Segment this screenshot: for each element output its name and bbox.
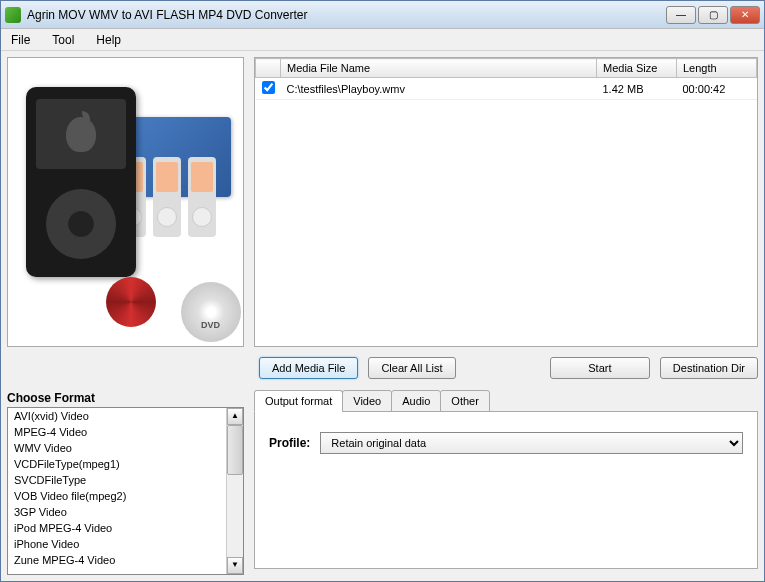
table-row[interactable]: C:\testfiles\Playboy.wmv1.42 MB00:00:42 [256, 78, 757, 100]
format-list-item[interactable]: VCDFileType(mpeg1) [8, 456, 226, 472]
profile-row: Profile: Retain original data [269, 432, 743, 454]
format-list-item[interactable]: WMV Video [8, 440, 226, 456]
menu-help[interactable]: Help [92, 31, 125, 49]
start-button[interactable]: Start [550, 357, 650, 379]
scroll-thumb[interactable] [227, 425, 243, 475]
maximize-button[interactable]: ▢ [698, 6, 728, 24]
cell-size: 1.42 MB [597, 78, 677, 100]
dvd-disc-icon: DVD [181, 282, 241, 342]
file-list-panel: Media File Name Media Size Length C:\tes… [254, 57, 758, 347]
profile-label: Profile: [269, 436, 310, 450]
tab-audio[interactable]: Audio [391, 390, 441, 412]
format-list-item[interactable]: MPEG-4 Video [8, 424, 226, 440]
col-check[interactable] [256, 59, 281, 78]
format-list[interactable]: AVI(xvid) VideoMPEG-4 VideoWMV VideoVCDF… [8, 408, 226, 574]
menubar: File Tool Help [1, 29, 764, 51]
menu-file[interactable]: File [7, 31, 34, 49]
clear-all-button[interactable]: Clear All List [368, 357, 455, 379]
tab-video[interactable]: Video [342, 390, 392, 412]
format-panel: Choose Format AVI(xvid) VideoMPEG-4 Vide… [7, 389, 244, 575]
format-list-item[interactable]: Zune MPEG-4 Video [8, 552, 226, 568]
tab-content: Profile: Retain original data [254, 411, 758, 569]
scroll-up-icon[interactable]: ▲ [227, 408, 243, 425]
format-list-item[interactable]: AVI(xvid) Video [8, 408, 226, 424]
file-table: Media File Name Media Size Length C:\tes… [255, 58, 757, 100]
clickwheel-graphic [46, 189, 116, 259]
preview-artwork: DVD [16, 67, 236, 337]
format-list-item[interactable]: 3GP Video [8, 504, 226, 520]
nano-graphic [153, 157, 181, 237]
row-checkbox[interactable] [262, 81, 275, 94]
titlebar: Agrin MOV WMV to AVI FLASH MP4 DVD Conve… [1, 1, 764, 29]
scroll-down-icon[interactable]: ▼ [227, 557, 243, 574]
add-media-button[interactable]: Add Media File [259, 357, 358, 379]
col-media-name[interactable]: Media File Name [281, 59, 597, 78]
app-icon [5, 7, 21, 23]
tab-other[interactable]: Other [440, 390, 490, 412]
upper-section: DVD Media File Name Media Size Length C:… [7, 57, 758, 347]
action-button-row: Add Media File Clear All List Start Dest… [7, 353, 758, 383]
ipod-large-graphic [26, 87, 136, 277]
window-title: Agrin MOV WMV to AVI FLASH MP4 DVD Conve… [27, 8, 666, 22]
minimize-button[interactable]: — [666, 6, 696, 24]
col-length[interactable]: Length [677, 59, 757, 78]
scroll-track[interactable] [227, 425, 243, 557]
preview-box: DVD [7, 57, 244, 347]
convert-arrows-icon [106, 277, 156, 327]
format-list-item[interactable]: VOB Video file(mpeg2) [8, 488, 226, 504]
window-controls: — ▢ ✕ [666, 6, 760, 24]
cell-length: 00:00:42 [677, 78, 757, 100]
nano-graphic [188, 157, 216, 237]
format-list-item[interactable]: iPod MPEG-4 Video [8, 520, 226, 536]
format-scrollbar[interactable]: ▲ ▼ [226, 408, 243, 574]
format-list-item[interactable]: iPhone Video [8, 536, 226, 552]
convert-badge [106, 277, 156, 327]
close-button[interactable]: ✕ [730, 6, 760, 24]
destination-dir-button[interactable]: Destination Dir [660, 357, 758, 379]
format-list-item[interactable]: SVCDFileType [8, 472, 226, 488]
ipod-screen [36, 99, 126, 169]
menu-tool[interactable]: Tool [48, 31, 78, 49]
cell-name: C:\testfiles\Playboy.wmv [281, 78, 597, 100]
format-list-wrap: AVI(xvid) VideoMPEG-4 VideoWMV VideoVCDF… [7, 407, 244, 575]
apple-logo-icon [66, 117, 96, 152]
profile-select[interactable]: Retain original data [320, 432, 743, 454]
col-media-size[interactable]: Media Size [597, 59, 677, 78]
lower-section: Choose Format AVI(xvid) VideoMPEG-4 Vide… [7, 389, 758, 575]
tab-output-format[interactable]: Output format [254, 390, 343, 412]
output-panel: Output format Video Audio Other Profile:… [254, 389, 758, 575]
format-title: Choose Format [7, 389, 244, 407]
app-window: Agrin MOV WMV to AVI FLASH MP4 DVD Conve… [0, 0, 765, 582]
content-area: DVD Media File Name Media Size Length C:… [1, 51, 764, 581]
output-tabs: Output format Video Audio Other [254, 390, 758, 412]
